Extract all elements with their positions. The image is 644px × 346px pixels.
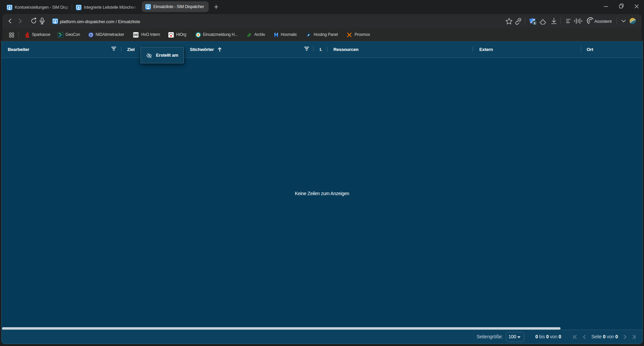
svg-text:Assistent: Assistent — [594, 19, 612, 24]
svg-text:1: 1 — [534, 21, 536, 25]
